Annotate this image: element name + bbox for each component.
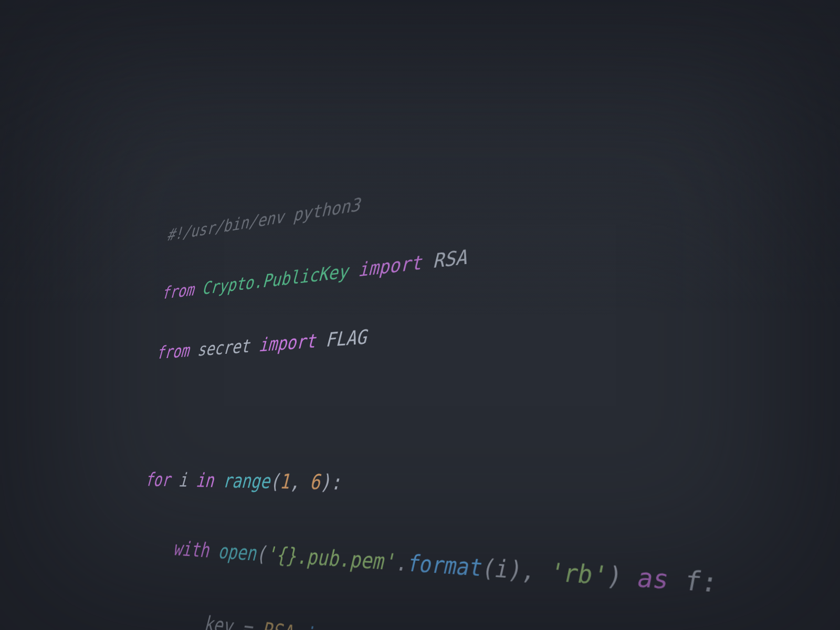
- code-line-4: [150, 362, 840, 431]
- token-importKey: importKey: [303, 622, 406, 630]
- token-from: from: [156, 340, 190, 363]
- token-for: for: [144, 469, 171, 490]
- token-colon: :: [698, 566, 717, 598]
- token-colon: :: [330, 470, 342, 494]
- token-import: import: [358, 251, 422, 280]
- token-f: f: [681, 565, 700, 597]
- token-range: range: [222, 469, 270, 493]
- code-block: #!/usr/bin/env python3 from Crypto.Publi…: [111, 44, 840, 630]
- token-rparen: ): [605, 561, 621, 592]
- token-dot: .: [395, 549, 407, 576]
- token-shebang: #!/usr/bin/env python3: [166, 194, 361, 245]
- token-key: key: [203, 612, 233, 630]
- token-as: as: [620, 562, 684, 596]
- token-module: secret: [197, 335, 250, 360]
- token-module: Crypto.PublicKey: [202, 260, 349, 298]
- token-string: 'rb': [548, 558, 606, 591]
- token-import: import: [258, 330, 316, 355]
- token-comma: ,: [520, 556, 548, 586]
- token-name: RSA: [433, 245, 467, 272]
- token-from: from: [161, 279, 195, 302]
- token-format: format: [406, 550, 481, 581]
- token-num: 6: [309, 470, 320, 494]
- code-scene: #!/usr/bin/env python3 from Crypto.Publi…: [0, 0, 840, 630]
- token-i: i: [494, 554, 507, 583]
- token-rparen: ): [507, 555, 520, 584]
- token-dot: .: [292, 621, 304, 630]
- code-line-5: for i in range(1, 6):: [144, 463, 840, 520]
- token-in: in: [195, 469, 215, 491]
- token-string: '{}.pub.pem': [266, 542, 395, 575]
- token-lparen: (: [480, 554, 494, 582]
- token-comma: ,: [289, 470, 310, 494]
- token-rsa: RSA: [261, 617, 293, 630]
- token-eq: =: [232, 614, 262, 630]
- token-with: with: [173, 537, 210, 562]
- token-name: FLAG: [326, 326, 367, 351]
- token-rparen: ): [320, 470, 331, 494]
- token-open: open: [217, 539, 257, 565]
